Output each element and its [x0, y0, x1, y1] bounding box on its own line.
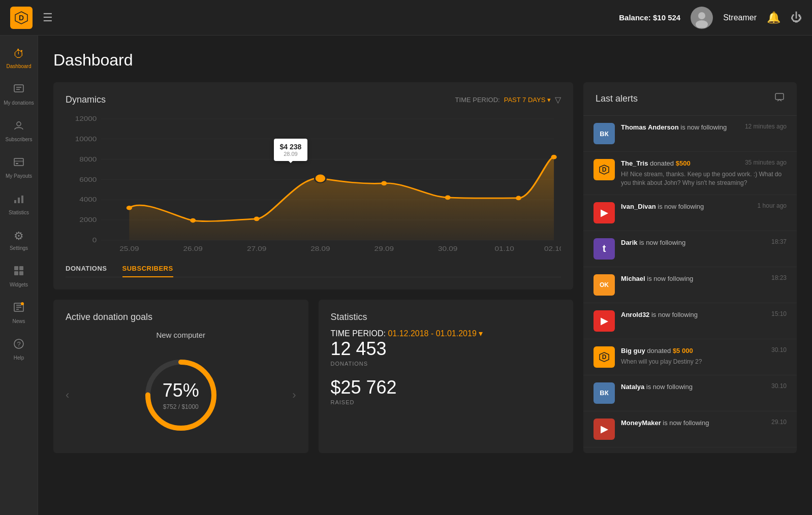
- svg-point-2: [698, 12, 705, 19]
- sidebar-item-my-donations[interactable]: My donations: [0, 76, 38, 113]
- alert-message: When will you play Destiny 2?: [621, 358, 787, 366]
- sidebar-item-settings[interactable]: ⚙ Settings: [0, 222, 38, 258]
- next-goal-button[interactable]: ›: [292, 389, 296, 402]
- svg-rect-17: [19, 271, 23, 275]
- list-item: D Big guy donated $5 000 30.10 When will…: [583, 339, 797, 375]
- alert-text: Darik is now following: [621, 238, 685, 247]
- svg-point-40: [190, 218, 196, 223]
- alerts-header: Last alerts: [583, 82, 797, 116]
- alert-content: MoneyMaker is now following 29.10: [621, 419, 787, 428]
- alert-content: Natalya is now following 30.10: [621, 382, 787, 392]
- stat-period-value[interactable]: 01.12.2018 - 01.01.2019 ▾: [388, 329, 483, 338]
- alerts-chat-icon[interactable]: [774, 92, 785, 105]
- sidebar-label-subscribers: Subscribers: [6, 137, 33, 142]
- main-content: Dashboard Dynamics TIME PERIOD: PAST 7 D…: [38, 36, 812, 515]
- content-grid: Dynamics TIME PERIOD: PAST 7 DAYS ▾ ▽: [53, 82, 797, 453]
- alert-main: The_Tris donated $500 35 minutes ago: [621, 159, 787, 168]
- svg-text:02.10: 02.10: [544, 246, 561, 252]
- sidebar-label-statistics: Statistics: [9, 210, 29, 215]
- sidebar-item-subscribers[interactable]: Subscribers: [0, 113, 38, 149]
- time-period-selector: TIME PERIOD: PAST 7 DAYS ▾ ▽: [455, 95, 561, 105]
- username-display: Streamer: [723, 13, 757, 22]
- svg-text:29.09: 29.09: [374, 246, 394, 252]
- sidebar-item-news[interactable]: News: [0, 295, 38, 331]
- alert-content: Ivan_Divan is now following 1 hour ago: [621, 202, 787, 211]
- alert-avatar-donation: D: [594, 159, 615, 180]
- alert-content: Michael is now following 18:23: [621, 274, 787, 283]
- svg-text:25.09: 25.09: [119, 246, 139, 252]
- svg-point-39: [127, 206, 132, 210]
- stat-donations-label: DONATIONS: [331, 361, 561, 367]
- svg-text:27.09: 27.09: [247, 246, 266, 252]
- stat-raised-value: $25 762: [331, 377, 561, 398]
- alert-text: Big guy donated $5 000: [621, 346, 693, 356]
- svg-point-43: [381, 181, 387, 186]
- alert-main: Darik is now following 18:37: [621, 238, 787, 247]
- sidebar-item-my-payouts[interactable]: My Payouts: [0, 149, 38, 186]
- alert-text: Ivan_Divan is now following: [621, 202, 704, 211]
- alert-avatar-youtube3: ▶: [594, 419, 615, 440]
- balance-display: Balance: $10 524: [619, 13, 680, 22]
- sidebar-item-help[interactable]: ? Help: [0, 331, 38, 368]
- list-item: ВК Thomas Anderson is now following 12 m…: [583, 116, 797, 152]
- my-donations-icon: [13, 83, 24, 98]
- goals-title: Active donation goals: [66, 312, 296, 323]
- filter-icon[interactable]: ▽: [555, 95, 561, 105]
- sidebar-label-my-donations: My donations: [4, 100, 34, 106]
- sidebar-item-dashboard[interactable]: ⏱ Dashboard: [0, 41, 38, 76]
- list-item: ▶ Anrold32 is now following 15:10: [583, 303, 797, 339]
- prev-goal-button[interactable]: ‹: [66, 389, 69, 402]
- svg-text:8000: 8000: [79, 156, 97, 163]
- sidebar-item-widgets[interactable]: Widgets: [0, 258, 38, 295]
- svg-point-7: [17, 122, 21, 126]
- sidebar-label-help: Help: [14, 355, 24, 361]
- svg-rect-14: [14, 266, 18, 270]
- alert-time: 18:37: [771, 238, 787, 245]
- alert-content: Thomas Anderson is now following 12 minu…: [621, 123, 787, 132]
- help-icon: ?: [13, 338, 24, 352]
- dynamics-card: Dynamics TIME PERIOD: PAST 7 DAYS ▾ ▽: [53, 82, 573, 289]
- alert-avatar-ok: OK: [594, 274, 615, 296]
- notifications-icon[interactable]: 🔔: [767, 11, 780, 24]
- circle-amount: $752 / $1000: [163, 403, 199, 410]
- list-item: ▶ Ivan_Divan is now following 1 hour ago: [583, 195, 797, 231]
- avatar[interactable]: [691, 7, 713, 29]
- svg-point-22: [21, 302, 24, 305]
- hamburger-button[interactable]: ☰: [43, 11, 53, 24]
- alert-text: Anrold32 is now following: [621, 310, 698, 319]
- dynamics-header: Dynamics TIME PERIOD: PAST 7 DAYS ▾ ▽: [66, 94, 561, 105]
- svg-rect-15: [19, 266, 23, 270]
- balance-label: Balance:: [619, 13, 651, 22]
- bottom-row: Active donation goals New computer ‹: [53, 300, 573, 453]
- alert-content: The_Tris donated $500 35 minutes ago Hi!…: [621, 159, 787, 187]
- alert-time: 30.10: [771, 346, 787, 353]
- sidebar-label-dashboard: Dashboard: [7, 63, 32, 69]
- sidebar-label-my-payouts: My Payouts: [6, 173, 32, 179]
- alert-avatar-twitch: t: [594, 238, 615, 260]
- svg-text:2000: 2000: [79, 217, 97, 223]
- svg-text:30.09: 30.09: [438, 246, 457, 252]
- circle-chart: 75% $752 / $1000: [140, 355, 222, 436]
- alert-text: Michael is now following: [621, 274, 693, 283]
- svg-rect-12: [18, 198, 20, 203]
- time-period-value[interactable]: PAST 7 DAYS ▾: [504, 96, 551, 104]
- statistics-title: Statistics: [331, 312, 561, 323]
- alert-message: Hi! Nice stream, thanks. Keep up the goo…: [621, 170, 787, 187]
- alert-main: Anrold32 is now following 15:10: [621, 310, 787, 319]
- alert-avatar-youtube: ▶: [594, 202, 615, 223]
- svg-text:10000: 10000: [75, 136, 97, 143]
- tab-subscribers[interactable]: SUBSCRIBERS: [122, 261, 173, 277]
- tab-donations[interactable]: DONATIONS: [66, 261, 107, 277]
- alert-text: MoneyMaker is now following: [621, 419, 709, 428]
- time-period-label: TIME PERIOD:: [455, 96, 500, 104]
- sidebar-label-widgets: Widgets: [10, 282, 28, 287]
- sidebar-item-statistics[interactable]: Statistics: [0, 186, 38, 222]
- svg-rect-16: [14, 271, 18, 275]
- list-item: t Darik is now following 18:37: [583, 231, 797, 267]
- alert-main: Thomas Anderson is now following 12 minu…: [621, 123, 787, 132]
- svg-point-44: [445, 196, 451, 200]
- topbar-right: Balance: $10 524 Streamer 🔔 ⏻: [619, 7, 802, 29]
- alert-time: 18:23: [771, 274, 787, 281]
- list-item: D The_Tris donated $500 35 minutes ago H…: [583, 152, 797, 195]
- power-icon[interactable]: ⏻: [791, 11, 802, 24]
